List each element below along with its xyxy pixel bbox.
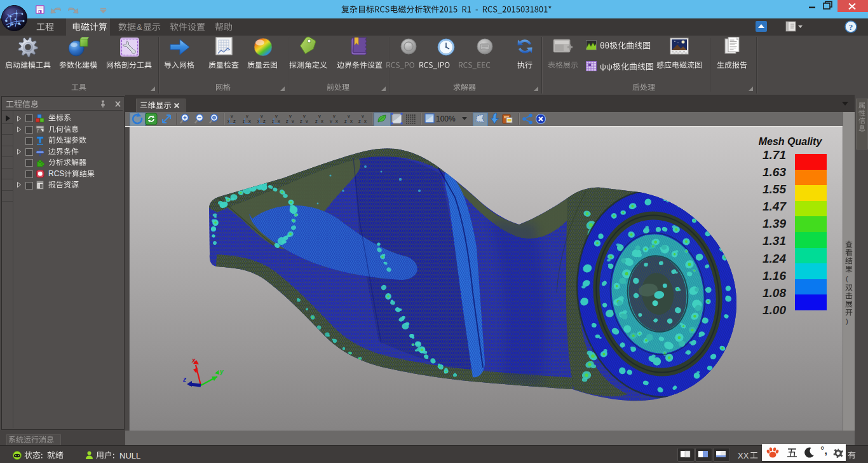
svg-text:y: y xyxy=(219,368,224,375)
svg-text:v: v xyxy=(362,113,364,119)
svg-text:v: v xyxy=(275,113,278,119)
svg-text:v: v xyxy=(303,113,306,119)
svg-text:z: z xyxy=(182,376,186,383)
svg-text:v: v xyxy=(318,113,321,119)
svg-text:v: v xyxy=(261,113,263,119)
svg-text:v: v xyxy=(348,113,350,119)
svg-text:v: v xyxy=(231,113,233,119)
svg-text:v: v xyxy=(246,113,248,119)
svg-text:v: v xyxy=(289,113,292,119)
svg-text:?: ? xyxy=(849,22,853,32)
svg-text:v: v xyxy=(333,113,336,119)
svg-text:x: x xyxy=(191,357,196,364)
